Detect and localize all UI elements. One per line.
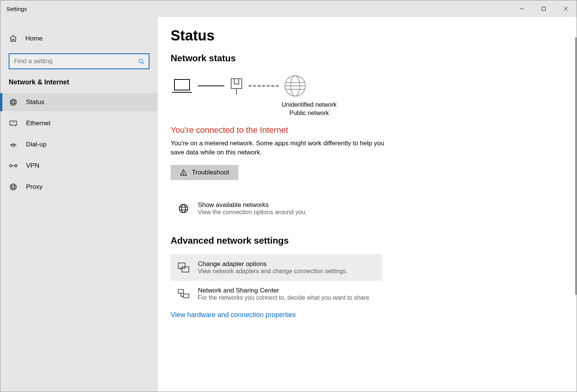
- home-icon: [9, 34, 18, 43]
- nav-label: Proxy: [26, 183, 42, 191]
- nav-item-proxy[interactable]: Proxy: [0, 178, 158, 196]
- svg-rect-1: [542, 7, 546, 11]
- nav-label: VPN: [26, 162, 39, 170]
- svg-rect-27: [234, 79, 239, 84]
- svg-point-18: [15, 165, 17, 167]
- globe-large-icon: [283, 74, 307, 98]
- globe-icon: [9, 183, 18, 191]
- svg-point-37: [182, 204, 185, 213]
- svg-rect-44: [184, 294, 189, 298]
- svg-point-20: [10, 184, 17, 190]
- hardware-properties-link[interactable]: View hardware and connection properties: [171, 311, 296, 319]
- svg-rect-41: [182, 267, 189, 272]
- svg-point-35: [183, 174, 184, 174]
- svg-point-21: [12, 184, 14, 190]
- svg-rect-10: [10, 121, 17, 125]
- diagram-labels: Unidentified network Public network: [221, 101, 398, 118]
- nav-label: Status: [26, 98, 44, 106]
- diagram-label-1: Unidentified network: [221, 101, 398, 109]
- svg-point-17: [9, 165, 12, 167]
- close-button[interactable]: [555, 0, 577, 17]
- nav-list: Status Ethernet Dial-up: [0, 93, 158, 196]
- nav-item-vpn[interactable]: VPN: [0, 157, 158, 175]
- nav-item-ethernet[interactable]: Ethernet: [0, 114, 158, 132]
- page-title: Status: [171, 28, 398, 44]
- card-subtitle: For the networks you connect to, decide …: [198, 294, 371, 301]
- diagram-label-2: Public network: [221, 109, 398, 117]
- change-adapter-card[interactable]: Change adapter options View network adap…: [171, 254, 383, 281]
- search-input[interactable]: [9, 53, 149, 69]
- diagram-dashes: [249, 85, 279, 87]
- warning-icon: [180, 169, 187, 176]
- window-title: Settings: [0, 6, 27, 12]
- nav-item-status[interactable]: Status: [0, 93, 158, 111]
- connection-description: You're on a metered network. Some apps m…: [171, 139, 398, 157]
- home-label: Home: [25, 35, 42, 42]
- ethernet-port-icon: [229, 76, 244, 95]
- ethernet-icon: [9, 120, 18, 127]
- globe-icon: [9, 98, 18, 106]
- nav-label: Ethernet: [26, 120, 50, 127]
- maximize-button[interactable]: [533, 0, 555, 17]
- troubleshoot-button[interactable]: Troubleshoot: [171, 165, 238, 180]
- svg-point-7: [12, 99, 14, 106]
- svg-point-36: [179, 204, 188, 213]
- svg-point-4: [139, 59, 143, 63]
- svg-line-5: [142, 62, 144, 64]
- svg-rect-43: [178, 289, 184, 293]
- sidebar-section-label: Network & Internet: [0, 69, 158, 93]
- troubleshoot-label: Troubleshoot: [192, 169, 229, 176]
- settings-window: Settings Home: [0, 0, 577, 392]
- available-networks-card[interactable]: Show available networks View the connect…: [171, 195, 383, 222]
- card-subtitle: View the connection options around you.: [198, 209, 307, 216]
- vpn-icon: [9, 163, 18, 168]
- card-title: Network and Sharing Center: [198, 287, 371, 294]
- sidebar: Home Network & Internet Status: [0, 17, 158, 392]
- dialup-icon: [9, 141, 18, 148]
- diagram-line: [198, 86, 224, 86]
- globe-icon: [177, 203, 190, 214]
- caption-buttons: [511, 0, 577, 17]
- home-button[interactable]: Home: [0, 28, 158, 49]
- maximize-icon: [541, 6, 546, 11]
- titlebar: Settings: [0, 0, 577, 17]
- search-icon: [138, 58, 144, 64]
- card-title: Change adapter options: [198, 260, 348, 268]
- body: Home Network & Internet Status: [0, 17, 577, 392]
- minimize-icon: [519, 6, 524, 11]
- close-icon: [563, 6, 568, 11]
- card-subtitle: View network adapters and change connect…: [198, 268, 348, 275]
- sharing-center-card[interactable]: Network and Sharing Center For the netwo…: [171, 281, 383, 307]
- laptop-icon: [171, 77, 193, 95]
- network-diagram: [171, 74, 398, 98]
- svg-rect-24: [174, 79, 190, 90]
- scrollbar[interactable]: [575, 37, 577, 295]
- main-panel: Status Network status Unide: [158, 17, 577, 392]
- sharing-icon: [177, 289, 190, 299]
- minimize-button[interactable]: [511, 0, 533, 17]
- svg-rect-16: [12, 145, 14, 147]
- svg-rect-40: [178, 263, 185, 268]
- nav-item-dialup[interactable]: Dial-up: [0, 135, 158, 154]
- adapter-icon: [177, 262, 190, 273]
- nav-label: Dial-up: [26, 141, 47, 148]
- connection-heading: You're connected to the Internet: [171, 125, 398, 135]
- subheading: Network status: [171, 53, 398, 64]
- svg-point-6: [10, 99, 17, 106]
- search-container: [0, 49, 158, 69]
- card-title: Show available networks: [198, 201, 307, 209]
- advanced-heading: Advanced network settings: [171, 235, 398, 246]
